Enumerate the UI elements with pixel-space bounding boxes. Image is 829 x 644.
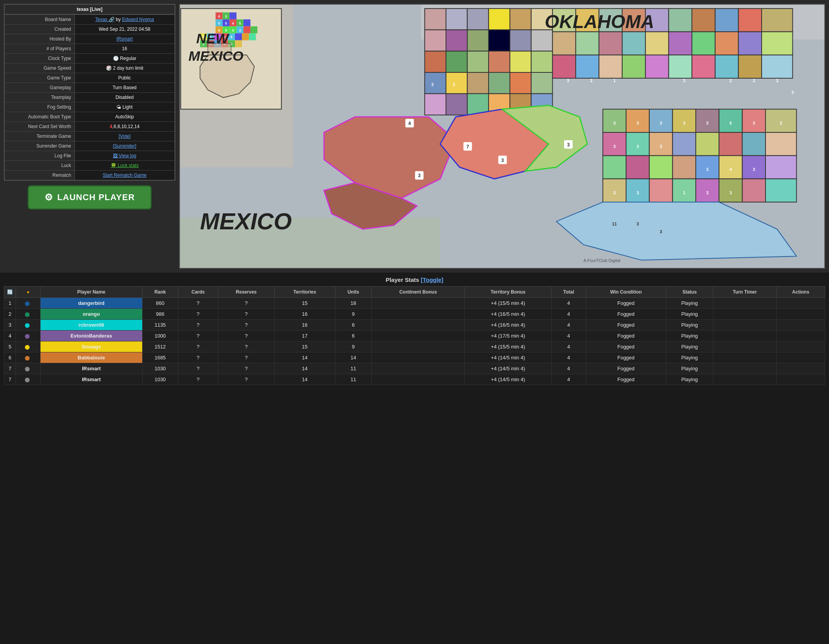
vote-link[interactable]: [Vote]	[118, 134, 131, 139]
player-units: 6	[335, 320, 372, 331]
table-row: Hosted By IRsmart	[4, 34, 175, 44]
svg-text:3: 3	[776, 78, 778, 83]
player-units: 6	[335, 331, 372, 341]
table-row: Log File 🖼 View log	[4, 151, 175, 161]
label-players: # of Players	[4, 44, 74, 54]
refresh-icon[interactable]: 🔄	[7, 289, 13, 295]
launch-player-button[interactable]: ⚙ LAUNCH PLAYER	[28, 185, 152, 209]
svg-text:3: 3	[683, 78, 685, 83]
player-name-link[interactable]: Babbalouie	[78, 355, 105, 361]
svg-rect-40	[692, 9, 715, 32]
surrender-link[interactable]: [Surrender]	[113, 143, 136, 149]
player-reserves: ?	[218, 341, 275, 352]
player-territory-bonus: +4 (16/5 min 4)	[465, 320, 552, 331]
th-refresh[interactable]: 🔄	[4, 287, 16, 298]
svg-rect-24	[467, 72, 489, 94]
svg-rect-172	[235, 40, 242, 47]
table-row: Next Card Set Worth 4,6,8,10,12,14	[4, 122, 175, 132]
player-status: Playing	[666, 374, 713, 385]
table-row: Created Wed Sep 21, 2022 04:58	[4, 25, 175, 34]
player-cards: ?	[178, 374, 218, 385]
player-territory-bonus: +4 (14/5 min 4)	[465, 352, 552, 363]
player-name-link[interactable]: rcbrown06	[78, 322, 104, 328]
svg-rect-21	[531, 51, 553, 72]
svg-rect-100	[672, 132, 696, 156]
table-row: Game Type Public	[4, 73, 175, 83]
player-name-link[interactable]: dangerbird	[78, 300, 104, 306]
svg-rect-48	[646, 32, 669, 55]
value-players: 16	[74, 44, 175, 54]
th-territory-bonus: Territory Bonus	[465, 287, 552, 298]
player-name-cell[interactable]: orango	[41, 309, 142, 320]
svg-text:1: 1	[683, 190, 685, 195]
svg-text:3: 3	[453, 82, 455, 87]
svg-text:3: 3	[613, 190, 616, 195]
player-territories: 16	[274, 309, 335, 320]
svg-rect-44	[552, 32, 576, 55]
value-boot: AutoSkip	[74, 112, 175, 122]
svg-text:5: 5	[218, 21, 220, 25]
top-section: texas [Live] Board Name Texas 🔗 by Edwar…	[0, 0, 829, 273]
svg-rect-19	[489, 51, 510, 72]
dot	[25, 323, 30, 328]
player-name-cell[interactable]: rcbrown06	[41, 320, 142, 331]
table-row: 5 Smeags 1512 ? ? 15 9 +4 (15/5 min 4) 4…	[4, 341, 825, 352]
svg-rect-60	[692, 55, 715, 78]
player-total: 4	[551, 352, 586, 363]
player-name-cell[interactable]: Babbalouie	[41, 352, 142, 363]
label-teamplay: Teamplay	[4, 93, 74, 102]
row-number: 3	[4, 320, 16, 331]
board-name-link[interactable]: Texas 🔗	[95, 17, 115, 22]
svg-rect-61	[715, 55, 739, 78]
table-row: 7 IRsmart 1030 ? ? 14 11 +4 (14/5 min 4)…	[4, 374, 825, 385]
svg-rect-115	[649, 179, 673, 202]
author-link[interactable]: Edward Nygma	[122, 17, 154, 22]
player-name-link[interactable]: orango	[83, 311, 100, 317]
luck-link[interactable]: 🍀 Luck stats	[111, 163, 139, 168]
svg-rect-152	[243, 19, 250, 26]
player-total: 4	[551, 363, 586, 374]
player-actions	[776, 298, 825, 309]
launch-label: LAUNCH PLAYER	[57, 192, 135, 202]
player-units: 11	[335, 374, 372, 385]
svg-rect-106	[626, 156, 649, 179]
game-title: texas [Live]	[4, 4, 175, 14]
player-win-condition: Fogged	[586, 309, 666, 320]
player-units: 11	[335, 363, 372, 374]
player-name-cell[interactable]: dangerbird	[41, 298, 142, 309]
label-terminate: Terminate Game	[4, 132, 74, 141]
player-status: Playing	[666, 363, 713, 374]
value-fog: 🌤 Light	[74, 102, 175, 112]
player-name-link[interactable]: IRsmart	[82, 377, 101, 382]
toggle-link[interactable]: [Toggle]	[421, 276, 443, 283]
player-name-cell[interactable]: IRsmart	[41, 363, 142, 374]
player-name-link[interactable]: IRsmart	[82, 366, 101, 371]
svg-text:3: 3	[613, 121, 616, 125]
player-turn-timer	[713, 320, 777, 331]
stats-section: Player Stats [Toggle] 🔄 ● Player Name Ra…	[0, 273, 829, 389]
svg-text:3: 3	[431, 82, 434, 87]
player-turn-timer	[713, 309, 777, 320]
svg-rect-8	[510, 9, 531, 30]
player-name-link[interactable]: EvtonioBanderas	[71, 333, 112, 339]
hosted-by-link[interactable]: IRsmart	[116, 36, 133, 42]
rematch-link[interactable]: Start Rematch Game	[102, 172, 146, 178]
th-units: Units	[335, 287, 372, 298]
row-number: 4	[4, 331, 16, 341]
player-name-cell[interactable]: IRsmart	[41, 374, 142, 385]
log-link[interactable]: 🖼 View log	[113, 153, 136, 158]
player-name-link[interactable]: Smeags	[81, 344, 101, 350]
label-game-type: Game Type	[4, 73, 74, 83]
player-name-cell[interactable]: EvtonioBanderas	[41, 331, 142, 341]
svg-rect-4	[425, 9, 446, 30]
player-name-cell[interactable]: Smeags	[41, 341, 142, 352]
player-win-condition: Fogged	[586, 320, 666, 331]
svg-rect-56	[599, 55, 623, 78]
svg-rect-57	[622, 55, 646, 78]
svg-rect-112	[766, 156, 797, 179]
label-next-card: Next Card Set Worth	[4, 122, 74, 132]
player-reserves: ?	[218, 320, 275, 331]
player-actions	[776, 352, 825, 363]
svg-rect-120	[766, 179, 797, 202]
player-territories: 14	[274, 363, 335, 374]
